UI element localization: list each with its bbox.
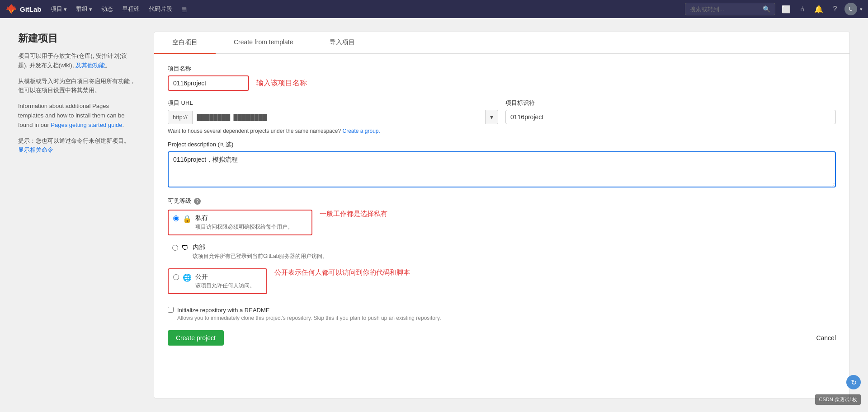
visibility-private-option[interactable]: 🔒 私有 项目访问权限必须明确授权给每个用户。: [168, 210, 312, 235]
private-options-group: 🔒 私有 项目访问权限必须明确授权给每个用户。: [168, 210, 312, 240]
url-dropdown-icon[interactable]: ▾: [485, 110, 498, 124]
private-desc: 项目访问权限必须明确授权给每个用户。: [195, 223, 307, 231]
help-icon[interactable]: ?: [828, 2, 842, 16]
init-readme-desc: Allows you to immediately clone this pro…: [177, 315, 836, 321]
init-readme-content: Initialize repository with a README Allo…: [177, 307, 836, 321]
project-name-group: 项目名称 输入该项目名称: [168, 65, 836, 91]
merge-icon[interactable]: ⑃: [796, 2, 809, 16]
description-group: Project description (可选) 0116project，模拟流…: [168, 140, 836, 189]
url-prefix-text: http://: [168, 111, 193, 124]
form-button-row: Create project Cancel: [168, 330, 836, 346]
nav-groups[interactable]: 群组 ▾: [71, 0, 97, 18]
screen-icon[interactable]: ⬜: [779, 2, 793, 16]
internal-title: 内部: [193, 243, 831, 252]
init-readme-checkbox[interactable]: [168, 307, 174, 313]
create-group-link[interactable]: Create a group.: [342, 128, 380, 134]
nav-snippets[interactable]: 代码片段: [144, 0, 177, 18]
page-title: 新建项目: [18, 32, 136, 45]
public-annotation: 公开表示任何人都可以访问到你的代码和脚本: [274, 268, 410, 277]
top-icon-bar: ⬜ ⑃ 🔔 ? U ▾: [779, 2, 863, 16]
brand-text: GitLab: [20, 5, 42, 13]
project-form: 项目名称 输入该项目名称 项目 URL http:// ████████ ███…: [154, 54, 849, 359]
namespace-help-text: Want to house several dependent projects…: [168, 128, 836, 134]
nav-projects[interactable]: 项目 ▾: [46, 0, 71, 18]
init-readme-row: Initialize repository with a README Allo…: [168, 307, 836, 321]
shield-icon: 🛡: [182, 244, 189, 252]
project-slug-group: 项目标识符: [505, 99, 836, 124]
csdn-badge: CSDN @测试1枚: [815, 394, 861, 405]
create-project-button[interactable]: Create project: [168, 330, 224, 346]
lock-icon: 🔒: [183, 215, 192, 223]
public-options-group: 🌐 公开 该项目允许任何人访问。: [168, 268, 267, 299]
gitlab-logo-icon: [5, 3, 17, 15]
desc-paragraph-3: Information about additional Pages templ…: [18, 102, 136, 130]
desc-paragraph-1: 项目可以用于存放文件(仓库), 安排计划(议题), 并发布文档(wiki), 及…: [18, 52, 136, 70]
tab-blank-project[interactable]: 空白项目: [154, 32, 216, 54]
project-name-label: 项目名称: [168, 65, 836, 73]
avatar-chevron-icon[interactable]: ▾: [860, 6, 863, 12]
page-content: 新建项目 项目可以用于存放文件(仓库), 安排计划(议题), 并发布文档(wik…: [0, 18, 868, 412]
public-option-wrapper: 🌐 公开 该项目允许任何人访问。 公开表示任何人都可以访问到你的代码和脚本: [168, 268, 836, 299]
chevron-down-icon: ▾: [64, 6, 67, 13]
public-radio-content: 公开 该项目允许任何人访问。: [195, 273, 262, 290]
tab-create-from-template[interactable]: Create from template: [216, 32, 311, 54]
create-project-panel: 空白项目 Create from template 导入项目 项目名称 输入该项…: [154, 32, 850, 398]
chevron-down-icon: ▾: [89, 6, 92, 13]
url-namespace-text: ████████ ████████: [193, 111, 485, 124]
desc-paragraph-4: 提示：您也可以通过命令行来创建新项目。 显示相关命令: [18, 136, 136, 155]
public-radio[interactable]: [173, 274, 179, 280]
project-type-tabs: 空白项目 Create from template 导入项目: [154, 32, 849, 54]
project-slug-input[interactable]: [505, 110, 836, 124]
refresh-icon[interactable]: ↻: [846, 375, 861, 389]
top-menu: 项目 ▾ 群组 ▾ 动态 里程碑 代码片段 ▤: [46, 0, 191, 18]
url-label: 项目 URL: [168, 99, 498, 107]
nav-activity[interactable]: 动态: [97, 0, 118, 18]
public-title: 公开: [195, 273, 262, 281]
brand-logo[interactable]: GitLab: [5, 3, 42, 15]
private-radio[interactable]: [173, 215, 179, 221]
private-option-wrapper: 🔒 私有 项目访问权限必须明确授权给每个用户。 一般工作都是选择私有: [168, 210, 836, 240]
tab-import-project[interactable]: 导入项目: [311, 32, 373, 54]
top-navigation: GitLab 项目 ▾ 群组 ▾ 动态 里程碑 代码片段 ▤ 🔍 ⬜ ⑃ 🔔 ?…: [0, 0, 868, 18]
search-icon[interactable]: 🔍: [763, 5, 770, 13]
slug-label: 项目标识符: [505, 99, 836, 107]
nav-milestones[interactable]: 里程碑: [118, 0, 144, 18]
nav-chart[interactable]: ▤: [177, 0, 191, 18]
other-features-link[interactable]: 及其他功能: [75, 62, 105, 69]
user-avatar[interactable]: U: [844, 3, 857, 15]
project-url-group: 项目 URL http:// ████████ ████████ ▾: [168, 99, 498, 124]
url-input-wrapper: http:// ████████ ████████ ▾: [168, 110, 498, 124]
init-readme-label: Initialize repository with a README: [177, 307, 836, 314]
internal-radio-content: 内部 该项目允许所有已登录到当前GitLab服务器的用户访问。: [193, 243, 831, 260]
name-annotation-text: 输入该项目名称: [256, 79, 307, 88]
globe-icon: 🌐: [183, 273, 192, 282]
public-desc: 该项目允许任何人访问。: [195, 282, 262, 290]
private-radio-content: 私有 项目访问权限必须明确授权给每个用户。: [195, 214, 307, 231]
internal-desc: 该项目允许所有已登录到当前GitLab服务器的用户访问。: [193, 253, 831, 260]
private-annotation: 一般工作都是选择私有: [320, 210, 387, 218]
left-description-panel: 新建项目 项目可以用于存放文件(仓库), 安排计划(议题), 并发布文档(wik…: [18, 32, 136, 398]
private-title: 私有: [195, 214, 307, 222]
desc-paragraph-2: 从模板或导入时为空白项目将启用所有功能，但可以在项目设置中将其禁用。: [18, 77, 136, 96]
internal-radio[interactable]: [172, 245, 178, 251]
search-input[interactable]: [685, 3, 775, 15]
visibility-section: 可见等级 ? 🔒 私有 项目访问权限必须明确授权给每个用户。: [168, 197, 836, 299]
pages-guide-link[interactable]: Pages getting started guide: [51, 122, 122, 128]
visibility-help-icon[interactable]: ?: [194, 198, 201, 205]
cancel-button[interactable]: Cancel: [816, 330, 836, 346]
project-name-input[interactable]: [168, 75, 249, 91]
visibility-internal-option[interactable]: 🛡 内部 该项目允许所有已登录到当前GitLab服务器的用户访问。: [168, 240, 836, 264]
description-textarea[interactable]: 0116project，模拟流程: [168, 151, 836, 187]
visibility-label-row: 可见等级 ?: [168, 197, 836, 205]
description-label: Project description (可选): [168, 140, 836, 149]
visibility-public-option[interactable]: 🌐 公开 该项目允许任何人访问。: [168, 268, 267, 294]
url-slug-row: 项目 URL http:// ████████ ████████ ▾ 项目标识符: [168, 99, 836, 124]
bell-icon[interactable]: 🔔: [812, 2, 826, 16]
show-commands-link[interactable]: 显示相关命令: [18, 146, 53, 153]
project-name-row: 输入该项目名称: [168, 75, 836, 91]
